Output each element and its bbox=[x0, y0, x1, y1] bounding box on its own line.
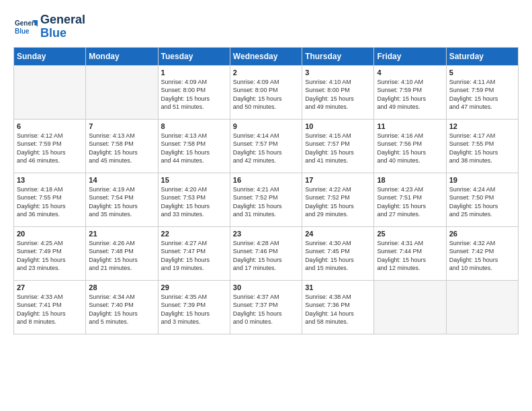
weekday-header-monday: Monday bbox=[86, 47, 158, 65]
day-info: Sunrise: 4:28 AMSunset: 7:46 PMDaylight:… bbox=[233, 239, 299, 273]
calendar-cell: 7Sunrise: 4:13 AMSunset: 7:58 PMDaylight… bbox=[86, 119, 158, 173]
calendar-cell: 21Sunrise: 4:26 AMSunset: 7:48 PMDayligh… bbox=[86, 226, 158, 280]
day-info: Sunrise: 4:13 AMSunset: 7:58 PMDaylight:… bbox=[161, 132, 227, 165]
day-number: 2 bbox=[233, 68, 299, 77]
calendar-table: SundayMondayTuesdayWednesdayThursdayFrid… bbox=[13, 47, 519, 334]
day-info: Sunrise: 4:20 AMSunset: 7:53 PMDaylight:… bbox=[161, 185, 227, 219]
day-number: 29 bbox=[161, 283, 227, 291]
svg-text:Blue: Blue bbox=[15, 28, 30, 35]
calendar-cell: 16Sunrise: 4:21 AMSunset: 7:52 PMDayligh… bbox=[230, 173, 302, 226]
calendar-cell: 5Sunrise: 4:11 AMSunset: 7:59 PMDaylight… bbox=[446, 65, 518, 119]
day-number: 5 bbox=[449, 68, 515, 77]
calendar-cell: 18Sunrise: 4:23 AMSunset: 7:51 PMDayligh… bbox=[374, 173, 446, 226]
day-number: 21 bbox=[89, 230, 154, 238]
day-number: 14 bbox=[89, 176, 154, 184]
calendar-cell: 11Sunrise: 4:16 AMSunset: 7:56 PMDayligh… bbox=[374, 119, 446, 173]
day-info: Sunrise: 4:24 AMSunset: 7:50 PMDaylight:… bbox=[449, 185, 515, 219]
day-info: Sunrise: 4:11 AMSunset: 7:59 PMDaylight:… bbox=[449, 78, 515, 111]
calendar-cell: 12Sunrise: 4:17 AMSunset: 7:55 PMDayligh… bbox=[446, 119, 518, 173]
day-info: Sunrise: 4:30 AMSunset: 7:45 PMDaylight:… bbox=[305, 239, 371, 273]
calendar-cell: 10Sunrise: 4:15 AMSunset: 7:57 PMDayligh… bbox=[302, 119, 374, 173]
day-info: Sunrise: 4:27 AMSunset: 7:47 PMDaylight:… bbox=[161, 239, 227, 273]
weekday-header-tuesday: Tuesday bbox=[158, 47, 230, 65]
calendar-cell: 9Sunrise: 4:14 AMSunset: 7:57 PMDaylight… bbox=[230, 119, 302, 173]
day-info: Sunrise: 4:16 AMSunset: 7:56 PMDaylight:… bbox=[377, 132, 443, 165]
day-number: 18 bbox=[377, 176, 443, 184]
day-info: Sunrise: 4:26 AMSunset: 7:48 PMDaylight:… bbox=[89, 239, 154, 273]
logo-icon: General Blue bbox=[13, 15, 38, 39]
day-number: 9 bbox=[233, 122, 299, 130]
calendar-cell: 31Sunrise: 4:38 AMSunset: 7:36 PMDayligh… bbox=[302, 280, 374, 334]
calendar-cell: 14Sunrise: 4:19 AMSunset: 7:54 PMDayligh… bbox=[86, 173, 158, 226]
calendar-cell bbox=[86, 65, 158, 119]
calendar-cell: 29Sunrise: 4:35 AMSunset: 7:39 PMDayligh… bbox=[158, 280, 230, 334]
day-info: Sunrise: 4:21 AMSunset: 7:52 PMDaylight:… bbox=[233, 185, 299, 219]
day-info: Sunrise: 4:22 AMSunset: 7:52 PMDaylight:… bbox=[305, 185, 371, 219]
calendar-cell bbox=[446, 280, 518, 334]
day-number: 7 bbox=[89, 122, 154, 130]
day-number: 27 bbox=[17, 283, 83, 291]
day-number: 11 bbox=[377, 122, 443, 130]
day-info: Sunrise: 4:37 AMSunset: 7:37 PMDaylight:… bbox=[233, 293, 299, 326]
day-info: Sunrise: 4:31 AMSunset: 7:44 PMDaylight:… bbox=[377, 239, 443, 273]
day-number: 22 bbox=[161, 230, 227, 238]
day-number: 1 bbox=[161, 68, 227, 77]
day-info: Sunrise: 4:35 AMSunset: 7:39 PMDaylight:… bbox=[161, 293, 227, 326]
day-number: 19 bbox=[449, 176, 515, 184]
day-info: Sunrise: 4:18 AMSunset: 7:55 PMDaylight:… bbox=[17, 185, 83, 219]
day-number: 31 bbox=[305, 283, 371, 291]
day-number: 26 bbox=[449, 230, 515, 238]
day-number: 25 bbox=[377, 230, 443, 238]
calendar-cell bbox=[374, 280, 446, 334]
day-number: 3 bbox=[305, 68, 371, 77]
day-number: 28 bbox=[89, 283, 154, 291]
day-info: Sunrise: 4:32 AMSunset: 7:42 PMDaylight:… bbox=[449, 239, 515, 273]
day-info: Sunrise: 4:38 AMSunset: 7:36 PMDaylight:… bbox=[305, 293, 371, 326]
day-number: 20 bbox=[17, 230, 83, 238]
day-info: Sunrise: 4:34 AMSunset: 7:40 PMDaylight:… bbox=[89, 293, 154, 326]
calendar-week-3: 13Sunrise: 4:18 AMSunset: 7:55 PMDayligh… bbox=[14, 173, 519, 226]
day-info: Sunrise: 4:15 AMSunset: 7:57 PMDaylight:… bbox=[305, 132, 371, 165]
calendar-cell: 26Sunrise: 4:32 AMSunset: 7:42 PMDayligh… bbox=[446, 226, 518, 280]
day-number: 8 bbox=[161, 122, 227, 130]
day-number: 15 bbox=[161, 176, 227, 184]
weekday-header-friday: Friday bbox=[374, 47, 446, 65]
day-number: 17 bbox=[305, 176, 371, 184]
calendar-cell: 23Sunrise: 4:28 AMSunset: 7:46 PMDayligh… bbox=[230, 226, 302, 280]
calendar-cell: 4Sunrise: 4:10 AMSunset: 7:59 PMDaylight… bbox=[374, 65, 446, 119]
day-info: Sunrise: 4:09 AMSunset: 8:00 PMDaylight:… bbox=[161, 78, 227, 111]
day-info: Sunrise: 4:09 AMSunset: 8:00 PMDaylight:… bbox=[233, 78, 299, 111]
day-info: Sunrise: 4:23 AMSunset: 7:51 PMDaylight:… bbox=[377, 185, 443, 219]
day-number: 6 bbox=[17, 122, 83, 130]
day-info: Sunrise: 4:25 AMSunset: 7:49 PMDaylight:… bbox=[17, 239, 83, 273]
day-info: Sunrise: 4:14 AMSunset: 7:57 PMDaylight:… bbox=[233, 132, 299, 165]
calendar-cell: 25Sunrise: 4:31 AMSunset: 7:44 PMDayligh… bbox=[374, 226, 446, 280]
day-info: Sunrise: 4:17 AMSunset: 7:55 PMDaylight:… bbox=[449, 132, 515, 165]
calendar-cell: 28Sunrise: 4:34 AMSunset: 7:40 PMDayligh… bbox=[86, 280, 158, 334]
calendar-cell: 3Sunrise: 4:10 AMSunset: 8:00 PMDaylight… bbox=[302, 65, 374, 119]
calendar-cell: 20Sunrise: 4:25 AMSunset: 7:49 PMDayligh… bbox=[14, 226, 86, 280]
calendar-cell: 8Sunrise: 4:13 AMSunset: 7:58 PMDaylight… bbox=[158, 119, 230, 173]
day-number: 24 bbox=[305, 230, 371, 238]
calendar-cell: 30Sunrise: 4:37 AMSunset: 7:37 PMDayligh… bbox=[230, 280, 302, 334]
day-info: Sunrise: 4:10 AMSunset: 8:00 PMDaylight:… bbox=[305, 78, 371, 111]
calendar-cell: 1Sunrise: 4:09 AMSunset: 8:00 PMDaylight… bbox=[158, 65, 230, 119]
page-header: General Blue General Blue bbox=[13, 13, 519, 40]
day-number: 30 bbox=[233, 283, 299, 291]
day-info: Sunrise: 4:13 AMSunset: 7:58 PMDaylight:… bbox=[89, 132, 154, 165]
calendar-cell: 17Sunrise: 4:22 AMSunset: 7:52 PMDayligh… bbox=[302, 173, 374, 226]
logo-text-line2: Blue bbox=[40, 27, 85, 40]
day-info: Sunrise: 4:12 AMSunset: 7:59 PMDaylight:… bbox=[17, 132, 83, 165]
day-number: 12 bbox=[449, 122, 515, 130]
calendar-cell bbox=[14, 65, 86, 119]
logo-text-line1: General bbox=[40, 13, 85, 27]
calendar-cell: 6Sunrise: 4:12 AMSunset: 7:59 PMDaylight… bbox=[14, 119, 86, 173]
weekday-header-sunday: Sunday bbox=[14, 47, 86, 65]
weekday-header-thursday: Thursday bbox=[302, 47, 374, 65]
calendar-cell: 22Sunrise: 4:27 AMSunset: 7:47 PMDayligh… bbox=[158, 226, 230, 280]
calendar-week-1: 1Sunrise: 4:09 AMSunset: 8:00 PMDaylight… bbox=[14, 65, 519, 119]
calendar-cell: 27Sunrise: 4:33 AMSunset: 7:41 PMDayligh… bbox=[14, 280, 86, 334]
calendar-week-2: 6Sunrise: 4:12 AMSunset: 7:59 PMDaylight… bbox=[14, 119, 519, 173]
day-number: 10 bbox=[305, 122, 371, 130]
day-info: Sunrise: 4:33 AMSunset: 7:41 PMDaylight:… bbox=[17, 293, 83, 326]
